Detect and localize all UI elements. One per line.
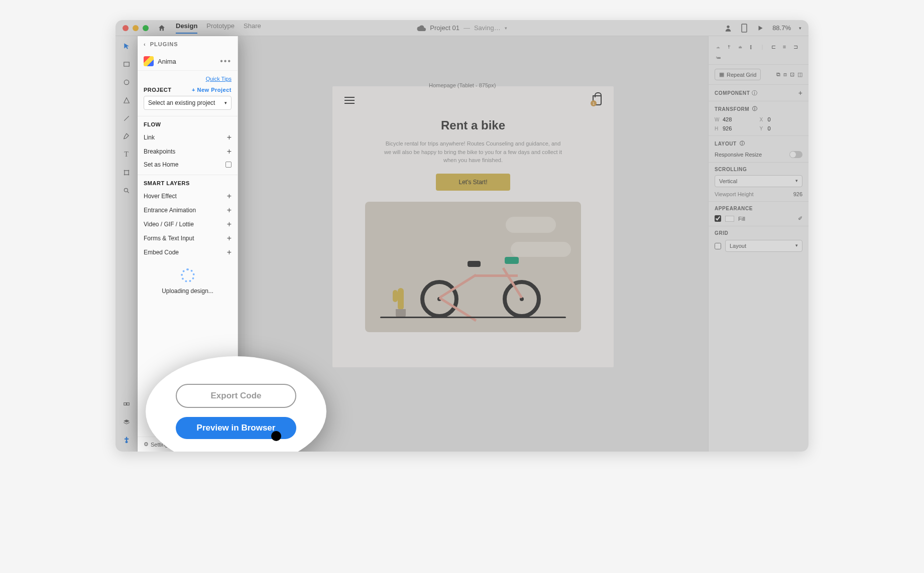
ellipse-tool[interactable] bbox=[122, 77, 132, 87]
new-project-link[interactable]: + New Project bbox=[192, 87, 232, 93]
boolean-add-icon[interactable]: ⧉ bbox=[776, 71, 780, 78]
viewport-height-value[interactable]: 926 bbox=[793, 191, 802, 197]
line-tool[interactable] bbox=[122, 113, 132, 123]
quick-tips-link[interactable]: Quick Tips bbox=[144, 76, 232, 82]
boolean-subtract-icon[interactable]: ⧈ bbox=[783, 71, 787, 78]
align-top-icon[interactable]: ⫠ bbox=[715, 43, 722, 50]
smart-embed-row[interactable]: Embed Code+ bbox=[144, 245, 232, 259]
add-icon[interactable]: + bbox=[227, 248, 232, 257]
info-icon[interactable]: ⓘ bbox=[752, 89, 757, 97]
plugin-title-row: Anima ••• bbox=[138, 52, 238, 71]
align-left-icon[interactable]: ⊏ bbox=[770, 43, 777, 50]
grid-checkbox[interactable] bbox=[715, 243, 721, 249]
maximize-window-button[interactable] bbox=[143, 25, 149, 31]
smart-hover-row[interactable]: Hover Effect+ bbox=[144, 189, 232, 203]
align-right-icon[interactable]: ⊐ bbox=[792, 43, 799, 50]
smart-forms-row[interactable]: Forms & Text Input+ bbox=[144, 231, 232, 245]
eyedropper-icon[interactable]: ✐ bbox=[798, 215, 802, 222]
checkbox[interactable] bbox=[225, 162, 232, 168]
transform-w[interactable]: 428 bbox=[723, 116, 758, 122]
svg-line-4 bbox=[124, 116, 129, 120]
svg-point-5 bbox=[124, 188, 128, 192]
artboard-label[interactable]: Homepage (Tablet - 875px) bbox=[429, 82, 496, 88]
export-code-button[interactable]: Export Code bbox=[176, 384, 296, 408]
cta-button[interactable]: Let's Start! bbox=[436, 174, 511, 191]
transform-h[interactable]: 926 bbox=[723, 125, 758, 131]
svg-point-3 bbox=[124, 80, 129, 84]
align-vdist-icon[interactable]: ≔ bbox=[715, 54, 722, 61]
project-select[interactable]: Select an existing project ▾ bbox=[144, 96, 232, 110]
tab-design[interactable]: Design bbox=[176, 22, 197, 34]
smart-entrance-row[interactable]: Entrance Animation+ bbox=[144, 203, 232, 217]
artboard-tool[interactable] bbox=[122, 168, 132, 178]
info-icon[interactable]: ⓘ bbox=[752, 105, 758, 112]
boolean-exclude-icon[interactable]: ◫ bbox=[797, 71, 802, 78]
pen-tool[interactable] bbox=[122, 131, 132, 141]
grid-layout-select[interactable]: Layout▾ bbox=[725, 240, 802, 252]
align-hdist-icon[interactable]: ⫿ bbox=[748, 43, 755, 50]
hamburger-icon[interactable] bbox=[344, 97, 355, 104]
scrolling-select[interactable]: Vertical▾ bbox=[715, 175, 802, 187]
transform-x[interactable]: 0 bbox=[768, 116, 803, 122]
device-preview-icon[interactable] bbox=[740, 24, 748, 32]
close-window-button[interactable] bbox=[123, 25, 129, 31]
align-bottom-icon[interactable]: ⫨ bbox=[737, 43, 744, 50]
shopping-bag-icon[interactable]: 1 bbox=[593, 95, 602, 105]
hero-title: Rent a bike bbox=[441, 118, 505, 132]
fill-checkbox[interactable] bbox=[715, 215, 721, 222]
smart-video-row[interactable]: Video / GIF / Lottie+ bbox=[144, 217, 232, 231]
preview-in-browser-button[interactable]: Preview in Browser bbox=[176, 417, 296, 439]
add-icon[interactable]: + bbox=[227, 206, 232, 215]
tab-share[interactable]: Share bbox=[244, 22, 261, 34]
align-vcenter-icon[interactable]: ⫯ bbox=[726, 43, 733, 50]
info-icon[interactable]: ⓘ bbox=[740, 140, 745, 147]
responsive-resize-label: Responsive Resize bbox=[715, 152, 762, 158]
plugin-menu-icon[interactable]: ••• bbox=[220, 57, 232, 66]
plugins-icon[interactable] bbox=[122, 435, 132, 445]
zoom-tool[interactable] bbox=[122, 186, 132, 196]
cloud-icon bbox=[506, 217, 556, 233]
flow-link-row[interactable]: Link+ bbox=[144, 130, 232, 145]
user-icon[interactable] bbox=[724, 24, 732, 32]
tab-prototype[interactable]: Prototype bbox=[206, 22, 235, 34]
polygon-tool[interactable] bbox=[122, 95, 132, 105]
document-title[interactable]: Project 01 — Saving… ▾ bbox=[417, 24, 507, 32]
fill-swatch[interactable] bbox=[725, 216, 734, 222]
smart-layers-label: SMART LAYERS bbox=[144, 180, 232, 186]
assets-icon[interactable] bbox=[122, 400, 132, 410]
transform-y[interactable]: 0 bbox=[768, 125, 803, 131]
home-icon[interactable] bbox=[158, 24, 166, 32]
chevron-down-icon[interactable]: ▾ bbox=[799, 26, 801, 31]
select-tool[interactable] bbox=[122, 41, 132, 51]
add-icon[interactable]: + bbox=[227, 133, 232, 142]
flow-breakpoints-row[interactable]: Breakpoints+ bbox=[144, 145, 232, 159]
minimize-window-button[interactable] bbox=[133, 25, 139, 31]
add-icon[interactable]: + bbox=[227, 220, 232, 229]
add-component-icon[interactable]: + bbox=[798, 89, 802, 97]
add-icon[interactable]: + bbox=[227, 192, 232, 201]
repeat-grid-button[interactable]: ▦ Repeat Grid bbox=[715, 69, 761, 80]
back-icon[interactable]: ‹ bbox=[144, 41, 146, 47]
svg-point-0 bbox=[727, 25, 729, 28]
text-tool[interactable]: T bbox=[122, 150, 132, 160]
inspector-panel: ⫠ ⫯ ⫨ ⫿ | ⊏ ≡ ⊐ ≔ ▦ Repeat Grid ⧉ ⧈ ⊡ bbox=[708, 36, 808, 452]
plugin-header-label: PLUGINS bbox=[150, 41, 178, 47]
align-center-icon[interactable]: ≡ bbox=[781, 43, 788, 50]
play-icon[interactable] bbox=[756, 24, 764, 32]
boolean-intersect-icon[interactable]: ⊡ bbox=[790, 71, 794, 78]
hero-subtitle: Bicycle rental for trips anywhere! Route… bbox=[383, 139, 563, 165]
artboard-homepage[interactable]: 1 Rent a bike Bicycle rental for trips a… bbox=[332, 86, 614, 367]
layers-icon[interactable] bbox=[122, 417, 132, 427]
top-right-controls: 88.7% ▾ bbox=[724, 24, 801, 32]
mode-tabs: Design Prototype Share bbox=[176, 22, 261, 34]
responsive-toggle[interactable] bbox=[789, 151, 802, 158]
add-icon[interactable]: + bbox=[227, 234, 232, 243]
svg-rect-1 bbox=[742, 24, 747, 32]
rectangle-tool[interactable] bbox=[122, 59, 132, 69]
zoom-level[interactable]: 88.7% bbox=[772, 24, 791, 32]
chevron-down-icon: ▾ bbox=[224, 100, 227, 105]
gear-icon: ⚙ bbox=[144, 441, 149, 448]
anima-logo-icon bbox=[144, 56, 154, 66]
flow-set-home-row[interactable]: Set as Home bbox=[144, 159, 232, 171]
add-icon[interactable]: + bbox=[227, 147, 232, 156]
